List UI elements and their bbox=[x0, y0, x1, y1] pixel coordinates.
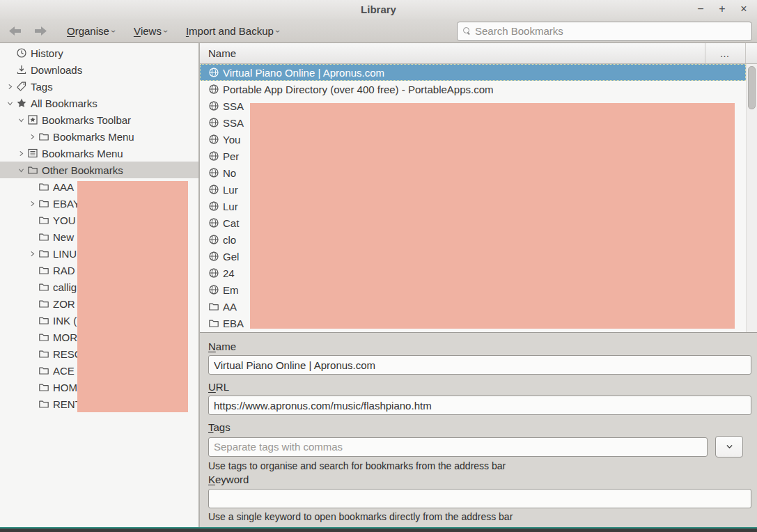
bookmark-details-pane: Name URL Tags Use tags to o bbox=[200, 332, 757, 527]
tree-item-label: AAA bbox=[53, 181, 74, 193]
column-picker-button[interactable]: … bbox=[705, 43, 745, 63]
globe-icon bbox=[208, 100, 219, 112]
sidebar: History Downloads Tags All Bookmarks Boo… bbox=[0, 43, 200, 527]
folder-icon bbox=[38, 331, 49, 343]
expander-icon[interactable] bbox=[26, 198, 38, 209]
tree-item[interactable]: Bookmarks Toolbar bbox=[0, 111, 198, 128]
url-field[interactable] bbox=[208, 396, 751, 415]
search-icon bbox=[463, 27, 471, 35]
folder-icon bbox=[208, 301, 219, 313]
bookmark-row-label: Virtual Piano Online | Apronus.com bbox=[223, 67, 384, 79]
bookmark-row-label: SSA bbox=[223, 100, 244, 112]
expander-icon[interactable] bbox=[4, 97, 15, 109]
back-button[interactable] bbox=[6, 23, 24, 40]
chevron-down-icon: › bbox=[109, 30, 118, 33]
bookmark-row-label: EBA bbox=[223, 318, 244, 329]
tree-item[interactable]: Bookmarks Menu bbox=[0, 128, 198, 145]
tree-item[interactable]: Other Bookmarks bbox=[0, 162, 198, 178]
tree-item-label: ZOR bbox=[53, 298, 75, 310]
tree-item[interactable]: Downloads bbox=[0, 61, 198, 78]
tags-help-text: Use tags to organise and search for book… bbox=[208, 460, 751, 471]
tree-item-label: Tags bbox=[31, 81, 53, 93]
folder-icon bbox=[38, 198, 49, 210]
tree-item-label: Bookmarks Menu bbox=[42, 148, 123, 159]
forward-arrow-icon bbox=[35, 26, 47, 36]
bookmark-row-label: SSA bbox=[223, 117, 244, 129]
minimize-button[interactable]: − bbox=[694, 1, 707, 17]
tags-field[interactable] bbox=[208, 437, 708, 457]
expander-icon[interactable] bbox=[4, 81, 15, 92]
window-title: Library bbox=[0, 3, 757, 15]
globe-icon bbox=[208, 84, 219, 95]
redaction-overlay bbox=[77, 181, 188, 412]
library-window: Library − + × Organise › Views › Import … bbox=[0, 0, 757, 532]
tree-item-label: INK ( bbox=[53, 315, 77, 327]
bookmark-row-label: Per bbox=[223, 150, 239, 162]
globe-icon bbox=[208, 117, 219, 129]
download-icon bbox=[15, 64, 27, 76]
titlebar[interactable]: Library − + × bbox=[0, 0, 757, 19]
globe-icon bbox=[208, 201, 219, 212]
tree-item[interactable]: Tags bbox=[0, 78, 198, 95]
bookmark-row-label: Gel bbox=[223, 251, 239, 263]
import-and-backup-menu-button[interactable]: Import and Backup › bbox=[186, 25, 279, 37]
tree-item[interactable]: History bbox=[0, 45, 198, 61]
tag-icon bbox=[15, 81, 27, 93]
folder-icon bbox=[26, 164, 38, 176]
tree-item[interactable]: Bookmarks Menu bbox=[0, 145, 198, 162]
folder-icon bbox=[38, 131, 49, 143]
toolbar: Organise › Views › Import and Backup › bbox=[0, 19, 757, 43]
name-column-header[interactable]: Name bbox=[200, 47, 236, 59]
bookmark-row[interactable]: Portable App Directory (over 400 free) -… bbox=[200, 81, 746, 97]
folder-icon bbox=[208, 318, 219, 329]
scrollbar-thumb[interactable] bbox=[748, 66, 756, 109]
url-field-label: URL bbox=[208, 381, 751, 393]
keyword-field[interactable] bbox=[208, 489, 751, 508]
expander-icon[interactable] bbox=[15, 114, 26, 125]
tree-item-label: Bookmarks Toolbar bbox=[42, 114, 131, 126]
forward-button[interactable] bbox=[31, 23, 49, 40]
folder-icon bbox=[38, 348, 49, 360]
organise-menu-button[interactable]: Organise › bbox=[67, 25, 115, 37]
close-button[interactable]: × bbox=[738, 1, 750, 17]
expander-icon[interactable] bbox=[26, 248, 38, 259]
search-bookmarks-box[interactable] bbox=[457, 22, 752, 41]
globe-icon bbox=[208, 217, 219, 229]
folder-icon bbox=[38, 298, 49, 310]
folder-icon bbox=[38, 181, 49, 193]
folder-icon bbox=[38, 214, 49, 226]
vertical-scrollbar[interactable] bbox=[746, 64, 757, 332]
folder-icon bbox=[38, 382, 49, 393]
bookmark-row[interactable]: Virtual Piano Online | Apronus.com bbox=[200, 64, 746, 81]
window-bottom-edge bbox=[0, 527, 757, 532]
globe-icon bbox=[208, 184, 219, 196]
globe-icon bbox=[208, 234, 219, 246]
tree-item-label: MOR bbox=[53, 331, 77, 343]
bookmark-row-label: No bbox=[223, 167, 236, 179]
search-input[interactable] bbox=[475, 25, 746, 37]
expander-icon[interactable] bbox=[15, 164, 26, 175]
chevron-down-icon: › bbox=[274, 30, 282, 33]
tags-dropdown-button[interactable] bbox=[715, 436, 743, 457]
maximize-button[interactable]: + bbox=[716, 1, 728, 17]
views-menu-button[interactable]: Views › bbox=[134, 25, 167, 37]
name-field[interactable] bbox=[208, 355, 751, 375]
expander-icon[interactable] bbox=[15, 148, 26, 159]
bookmark-row-label: clo bbox=[223, 234, 236, 246]
bookmark-row-label: Em bbox=[223, 284, 239, 296]
tree-item-label: Bookmarks Menu bbox=[53, 131, 134, 143]
keyword-help-text: Use a single keyword to open bookmarks d… bbox=[208, 511, 751, 522]
bookmark-list-pane: Name … Virtual Piano Online | Apronus.co… bbox=[200, 43, 757, 332]
globe-icon bbox=[208, 251, 219, 263]
back-arrow-icon bbox=[9, 26, 21, 36]
expander-icon[interactable] bbox=[26, 131, 38, 142]
folder-icon bbox=[38, 398, 49, 410]
tree-item-label: EBAY bbox=[53, 198, 80, 210]
bookmark-row-label: AA bbox=[223, 301, 237, 313]
menu-list-icon bbox=[26, 148, 38, 159]
tree-item[interactable]: All Bookmarks bbox=[0, 95, 198, 111]
bookmark-row-label: Lur bbox=[223, 201, 238, 212]
bookmark-row-label: 24 bbox=[223, 267, 235, 279]
globe-icon bbox=[208, 67, 219, 79]
tree-item-label: Downloads bbox=[31, 64, 82, 76]
